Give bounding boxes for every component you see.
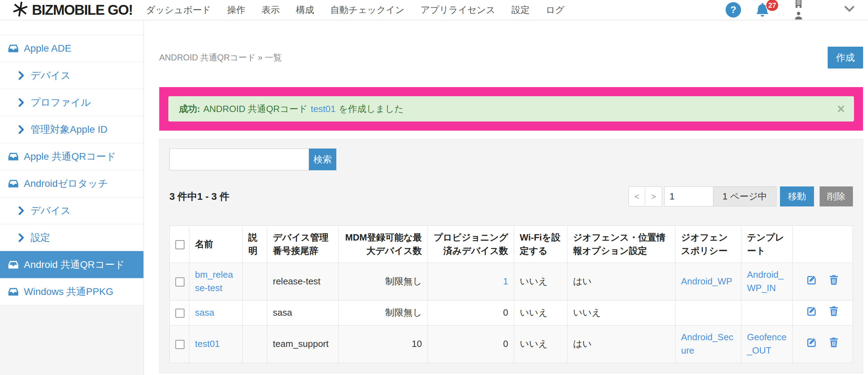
navbar-right: ? 27 (726, 0, 857, 21)
nav-operations[interactable]: 操作 (227, 4, 245, 16)
help-glyph: ? (730, 4, 736, 15)
alert-text: を作成しました (339, 103, 404, 115)
sidebar-item-label: プロファイル (31, 96, 91, 109)
edit-icon[interactable] (807, 306, 817, 320)
row-checkbox[interactable] (175, 309, 184, 318)
edit-icon[interactable] (807, 275, 817, 289)
sidebar-item-profiles[interactable]: プロファイル (0, 89, 143, 116)
nav-dashboard[interactable]: ダッシュボード (146, 4, 211, 16)
column-header-description: 説明 (243, 226, 267, 263)
trash-icon[interactable] (829, 306, 839, 320)
alert-text: ANDROID 共通QRコード (203, 103, 308, 115)
geofence-policy-link[interactable]: Android_WP (681, 276, 732, 287)
notifications-bell-icon[interactable]: 27 (754, 2, 771, 18)
provisioned-count-link[interactable]: 1 (503, 276, 508, 287)
bizmobile-asterisk-logo-icon (12, 1, 28, 19)
sidebar-item-label: 設定 (31, 231, 50, 244)
qr-name-link[interactable]: bm_release-test (195, 269, 233, 293)
sidebar-item-label: 管理対象Apple ID (31, 123, 107, 136)
row-checkbox[interactable] (175, 277, 184, 287)
help-icon[interactable]: ? (726, 2, 741, 18)
nav-configuration[interactable]: 構成 (296, 4, 314, 16)
inbox-icon (8, 151, 19, 162)
search-button[interactable]: 検索 (309, 149, 336, 170)
column-header-actions (793, 226, 853, 263)
alert-created-item-link[interactable]: test01 (311, 104, 336, 114)
table-header-row: 名前 説明 デバイス管理番号接尾辞 MDM登録可能な最大デバイス数 プロビジョニ… (170, 226, 853, 263)
breadcrumb: ANDROID 共通QRコード » 一覧 (159, 52, 282, 63)
sidebar-item-managed-apple-id[interactable]: 管理対象Apple ID (0, 116, 143, 143)
sidebar-item-label: Apple ADE (24, 43, 71, 54)
max-devices-cell: 10 (339, 325, 428, 363)
qr-code-table: 名前 説明 デバイス管理番号接尾辞 MDM登録可能な最大デバイス数 プロビジョニ… (169, 225, 853, 363)
template-link[interactable]: Geofence_OUT (747, 332, 787, 356)
top-navbar: BIZMOBILE GO! ダッシュボード 操作 表示 構成 自動チェックイン … (0, 0, 868, 20)
device-suffix-cell: sasa (267, 300, 339, 325)
list-panel: 検索 3 件中1 - 3 件 < > 1 ページ中 移動 削除 (159, 139, 863, 373)
page-total-label: 1 ページ中 (713, 186, 776, 206)
description-cell (243, 325, 267, 363)
select-all-checkbox[interactable] (175, 240, 184, 249)
geofence-option-cell: いいえ (567, 300, 675, 325)
page-number-input[interactable] (664, 186, 713, 206)
sidebar-item-ade-devices[interactable]: デバイス (0, 62, 143, 89)
template-link[interactable]: Android_WP_IN (747, 269, 783, 293)
column-header-template: テンプレート (741, 226, 793, 263)
chevron-down-icon[interactable] (844, 6, 855, 14)
inbox-icon (8, 178, 19, 189)
sidebar-item-zerotouch-devices[interactable]: デバイス (0, 197, 143, 224)
delete-selected-button[interactable]: 削除 (820, 186, 853, 206)
nav-app-license[interactable]: アプリライセンス (420, 4, 495, 16)
sidebar: Apple ADE デバイス プロファイル 管理対象Apple ID Apple… (0, 20, 144, 375)
highlight-annotation-frame: 成功: ANDROID 共通QRコード test01 を作成しました × (159, 87, 863, 131)
nav-log[interactable]: ログ (546, 4, 564, 16)
search-input[interactable] (169, 149, 309, 170)
max-devices-cell: 制限無し (339, 263, 428, 300)
wifi-cell: いいえ (514, 300, 567, 325)
alert-close-icon[interactable]: × (837, 102, 845, 116)
inbox-icon (8, 43, 19, 54)
chevron-right-icon (18, 71, 24, 80)
nav-settings[interactable]: 設定 (511, 4, 530, 16)
sidebar-item-apple-ade[interactable]: Apple ADE (0, 35, 143, 62)
sidebar-item-label: Windows 共通PPKG (24, 285, 113, 298)
qr-name-link[interactable]: test01 (195, 338, 220, 349)
next-page-button[interactable]: > (645, 186, 662, 206)
sidebar-item-windows-common-ppkg[interactable]: Windows 共通PPKG (0, 278, 143, 305)
provisioned-count-cell: 0 (428, 325, 514, 363)
sidebar-filler (0, 305, 143, 375)
sidebar-item-label: Androidゼロタッチ (24, 177, 108, 190)
chevron-right-icon (18, 125, 24, 134)
row-checkbox[interactable] (175, 340, 184, 349)
geofence-policy-link[interactable]: Android_Secure (681, 332, 733, 356)
previous-page-button[interactable]: < (628, 186, 645, 206)
edit-icon[interactable] (807, 337, 817, 351)
organization-building-icon (794, 0, 803, 10)
geofence-option-cell: はい (567, 263, 675, 300)
qr-name-link[interactable]: sasa (195, 307, 214, 318)
description-cell (243, 300, 267, 325)
sidebar-item-zerotouch-settings[interactable]: 設定 (0, 224, 143, 251)
column-header-geofence-policy: ジオフェンスポリシー (675, 226, 741, 263)
device-suffix-cell: team_support (267, 325, 339, 363)
nav-display[interactable]: 表示 (262, 4, 280, 16)
wifi-cell: いいえ (514, 263, 567, 300)
account-menu[interactable] (794, 0, 803, 21)
trash-icon[interactable] (829, 337, 839, 351)
trash-icon[interactable] (829, 275, 839, 289)
sidebar-item-android-common-qr[interactable]: Android 共通QRコード (0, 251, 143, 278)
table-row: bm_release-test release-test 制限無し 1 いいえ … (170, 263, 853, 300)
chevron-right-icon (18, 98, 24, 107)
alert-status-label: 成功: (179, 103, 200, 115)
brand-title: BIZMOBILE GO! (32, 2, 133, 18)
brand[interactable]: BIZMOBILE GO! (12, 1, 133, 19)
sidebar-item-label: デバイス (31, 204, 71, 217)
create-button[interactable]: 作成 (828, 47, 863, 68)
sidebar-item-android-zero-touch[interactable]: Androidゼロタッチ (0, 170, 143, 197)
sidebar-item-apple-common-qr[interactable]: Apple 共通QRコード (0, 143, 143, 170)
result-count-summary: 3 件中1 - 3 件 (169, 190, 229, 203)
nav-auto-checkin[interactable]: 自動チェックイン (330, 4, 405, 16)
table-row: test01 team_support 10 0 いいえ はい Android_… (170, 325, 853, 363)
column-header-name: 名前 (189, 226, 243, 263)
go-to-page-button[interactable]: 移動 (780, 186, 814, 206)
